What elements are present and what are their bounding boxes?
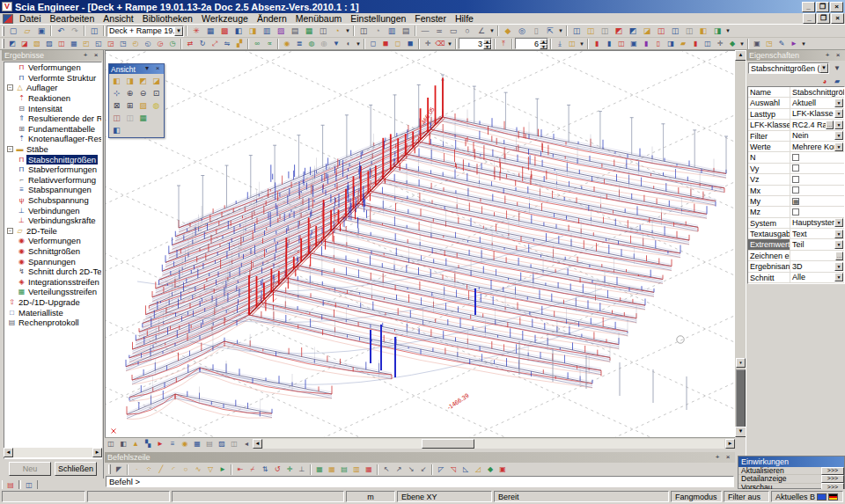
connect-1-icon[interactable]: ∞	[251, 38, 263, 49]
new-button[interactable]: Neu	[9, 462, 51, 476]
tree-item-2d-1d-upgrade[interactable]: ⇧2D-/1D-Upgrade	[4, 297, 101, 308]
prop-value-lasttyp[interactable]: LFK-Klasse▼	[790, 109, 844, 119]
view-top-icon[interactable]: ◩	[136, 75, 150, 87]
result-4-icon[interactable]: ▣	[628, 38, 640, 49]
poly-cmd-icon[interactable]: ▽	[204, 464, 217, 475]
snap-3-icon[interactable]: ◺	[459, 464, 472, 475]
open-icon[interactable]: ▱	[20, 26, 34, 37]
report-icon[interactable]: ▤	[288, 26, 302, 37]
layout-icon[interactable]: ◫	[316, 26, 330, 37]
command-input[interactable]: Befehl >	[106, 476, 734, 487]
level-cmd-icon[interactable]: ⊥	[296, 464, 308, 475]
tree-item-stabverformungen[interactable]: ΠStabverformungen	[4, 164, 101, 175]
menu-item-bibliotheken[interactable]: Bibliotheken	[138, 13, 197, 24]
restore-button[interactable]: ❐	[816, 2, 829, 12]
flag-vp-icon[interactable]: ►	[154, 438, 166, 449]
scale-icon[interactable]: ⤢	[209, 38, 221, 49]
prop-value-schnitt[interactable]: Alle▼	[790, 273, 844, 282]
menu-item-ansicht[interactable]: Ansicht	[99, 13, 137, 24]
chevron-down-icon[interactable]: ▼	[834, 262, 843, 271]
copy-icon[interactable]: ◧	[231, 26, 246, 37]
shade-icon[interactable]: ◐	[342, 38, 355, 49]
pin-icon[interactable]: +	[81, 52, 90, 60]
spin-down-icon[interactable]: ▼	[540, 44, 547, 49]
polyline-icon[interactable]: ≃	[432, 26, 446, 37]
chevron-down-icon[interactable]: ▼	[355, 38, 362, 49]
menu-item-menbaum[interactable]: Menübaum	[291, 13, 347, 24]
win-d-icon[interactable]: ◩	[612, 26, 626, 37]
light-icon[interactable]: ◍	[150, 99, 163, 112]
win-k-icon[interactable]: ◨	[710, 26, 724, 37]
prop-value-ergebnisanz[interactable]: 3D▼	[790, 261, 844, 271]
prop-value-auswahl[interactable]: Aktuell▼	[790, 98, 844, 107]
rotate-icon[interactable]: ↻	[196, 38, 209, 49]
paint-icon[interactable]: ◆	[501, 26, 515, 37]
dim-cmd-icon[interactable]: ⇤	[234, 464, 246, 475]
table-input-icon[interactable]: ▦	[326, 464, 338, 475]
tree-item-verbindungskr-fte[interactable]: ⊥Verbindungskräfte	[4, 215, 101, 226]
image-icon[interactable]: ▨	[274, 26, 288, 37]
pointer-icon[interactable]: ◤	[113, 464, 125, 475]
node-icon[interactable]: ∙	[130, 464, 143, 475]
tree-item-schubspannung[interactable]: ψSchubspannung	[4, 195, 101, 206]
snap-4-icon[interactable]: ◿	[472, 464, 484, 475]
chevron-down-icon[interactable]: ▼	[834, 99, 843, 107]
prop-value-vz[interactable]	[790, 174, 844, 184]
pin-icon[interactable]: +	[823, 52, 832, 60]
model-viewport[interactable]: -466.05-1466.39 Ansicht ▾ × ◧◨◩◪⊹⊕⊖⊡⊠⊞▨◍…	[105, 50, 735, 437]
dimension-icon[interactable]: ⇱	[543, 26, 557, 37]
spin-down-icon[interactable]: ▼	[483, 44, 491, 49]
rotate-cmd-icon[interactable]: ↺	[271, 464, 283, 475]
snap-cmd-icon[interactable]: ✛	[283, 464, 296, 475]
zoom-selection-icon[interactable]: ⊞	[123, 99, 136, 112]
view-side-icon[interactable]: ◨	[123, 75, 136, 87]
spinner-buttons[interactable]: ▲▼	[540, 39, 547, 48]
prop-value-extremwerte[interactable]: Teil▼	[790, 239, 844, 249]
sel-4-icon[interactable]: ▨	[43, 38, 55, 49]
ucs-icon[interactable]: ⊹	[110, 87, 123, 99]
tree-item-stabspannungen[interactable]: ≡Stabspannungen	[4, 185, 101, 195]
chevron-down-icon[interactable]: ▼	[834, 142, 843, 151]
tree-item-relativverformung[interactable]: ⌐Relativverformung	[4, 175, 101, 186]
tree-item-verformte-struktur[interactable]: ΠVerformte Struktur	[4, 73, 101, 84]
snap-1-icon[interactable]: ◸	[435, 464, 447, 475]
table-icon[interactable]: ▦	[302, 26, 316, 37]
arrow-3-icon[interactable]: ↘	[405, 464, 417, 475]
spinner-buttons[interactable]: ▲▼	[483, 39, 491, 48]
checkbox-vy[interactable]	[792, 164, 799, 172]
tree-item-verformungen[interactable]: ΠVerformungen	[4, 62, 101, 73]
grid-vp-icon[interactable]: ▤	[203, 438, 216, 449]
scale-down-icon[interactable]: ⤓	[554, 38, 566, 49]
result-3-icon[interactable]: ◫	[615, 38, 628, 49]
flag-cmd-icon[interactable]: ►	[217, 464, 229, 475]
prop-value-mx[interactable]	[790, 186, 844, 195]
chevron-down-icon[interactable]: ▼	[819, 63, 828, 73]
sel-10-icon[interactable]: ◳	[117, 38, 129, 49]
menu-item-einstellungen[interactable]: Einstellungen	[346, 13, 410, 24]
gallery-icon[interactable]: ▥	[260, 26, 274, 37]
sel-9-icon[interactable]: ◲	[105, 38, 117, 49]
tree-item-resultierende-der-reaktione[interactable]: ⇑Resultierende der Reaktione	[4, 113, 101, 124]
document-icon[interactable]	[3, 14, 13, 24]
filter-activity-icon[interactable]: ▼	[330, 38, 342, 49]
line-icon[interactable]: —	[418, 26, 432, 37]
tree-item-schnittgr-en[interactable]: ◉Schnittgrößen	[4, 246, 101, 257]
chevron-down-icon[interactable]: ▼	[724, 26, 731, 37]
view-settings-icon[interactable]: ◧	[110, 124, 123, 136]
move-icon[interactable]: ⇄	[184, 38, 196, 49]
print-preview-icon[interactable]: ◔	[371, 26, 385, 37]
chevron-down-icon[interactable]: ▼	[738, 38, 746, 49]
chevron-down-icon[interactable]: ▼	[800, 38, 807, 49]
bookmarks-icon[interactable]: ►	[788, 38, 800, 49]
tree-item-verbindungen[interactable]: ⊥Verbindungen	[4, 205, 101, 215]
scroll-left-icon[interactable]: ◄	[253, 439, 262, 449]
scroll-right-icon[interactable]: ►	[92, 448, 102, 457]
sel-7-icon[interactable]: ◰	[80, 38, 92, 49]
undo-icon[interactable]: ↶	[54, 26, 68, 37]
named-sel-1-icon[interactable]: ◻	[367, 38, 379, 49]
eraser-icon[interactable]: ⌫	[434, 38, 446, 49]
snap-2-icon[interactable]: ◹	[447, 464, 459, 475]
scroll-right-icon[interactable]: ►	[725, 439, 735, 449]
table-vp-icon[interactable]: ▦	[191, 438, 203, 449]
tree-item-2d-teile[interactable]: −▱2D-Teile	[4, 226, 101, 237]
